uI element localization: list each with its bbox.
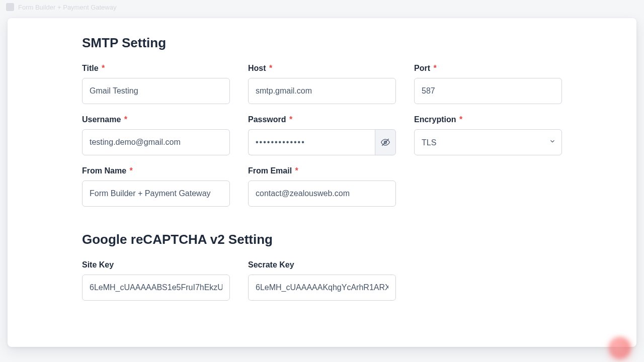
input-from-name[interactable] [82, 180, 230, 207]
required-marker: * [269, 64, 272, 72]
input-title[interactable] [82, 78, 230, 104]
field-password: Password * [248, 115, 396, 155]
smtp-heading: SMTP Setting [82, 35, 562, 51]
field-encryption: Encryption * TLS [414, 115, 562, 155]
input-password[interactable] [248, 129, 375, 155]
required-marker: * [124, 115, 127, 124]
field-title: Title * [82, 64, 230, 104]
floating-action-hint [609, 337, 631, 359]
input-secret-key[interactable] [248, 275, 396, 301]
label-port-text: Port [414, 64, 430, 72]
label-username-text: Username [82, 115, 121, 124]
label-host: Host * [248, 64, 272, 73]
field-host: Host * [248, 64, 396, 104]
label-password: Password * [248, 115, 292, 124]
required-marker: * [295, 166, 298, 175]
label-port: Port * [414, 64, 437, 73]
label-encryption: Encryption * [414, 115, 462, 124]
label-title-text: Title [82, 64, 99, 72]
toggle-password-visibility[interactable] [375, 129, 396, 155]
input-username[interactable] [82, 129, 230, 155]
label-from-email: From Email * [248, 166, 298, 175]
required-marker: * [433, 64, 436, 72]
label-from-name-text: From Name [82, 166, 126, 175]
field-from-email: From Email * [248, 166, 396, 207]
field-secret-key: Secrate Key [248, 260, 396, 301]
field-from-name: From Name * [82, 166, 230, 207]
label-site-key: Site Key [82, 260, 114, 269]
app-icon [6, 3, 14, 11]
field-username: Username * [82, 115, 230, 155]
smtp-grid: Title * Host * Port * Username * [82, 64, 562, 207]
input-host[interactable] [248, 78, 396, 104]
recaptcha-grid: Site Key Secrate Key [82, 260, 562, 301]
label-from-name: From Name * [82, 166, 133, 175]
required-marker: * [102, 64, 105, 72]
settings-card: SMTP Setting Title * Host * Port * [8, 18, 636, 347]
breadcrumb: Form Builder + Payment Gateway [18, 4, 116, 11]
label-username: Username * [82, 115, 127, 124]
input-port[interactable] [414, 78, 562, 104]
label-host-text: Host [248, 64, 266, 72]
eye-off-icon [380, 137, 390, 147]
label-password-text: Password [248, 115, 286, 124]
label-encryption-text: Encryption [414, 115, 456, 124]
field-port: Port * [414, 64, 562, 104]
required-marker: * [289, 115, 292, 124]
field-site-key: Site Key [82, 260, 230, 301]
label-title: Title * [82, 64, 105, 73]
input-from-email[interactable] [248, 180, 396, 207]
recaptcha-heading: Google reCAPTCHA v2 Setting [82, 232, 562, 247]
select-wrap-encryption: TLS [414, 129, 562, 155]
label-from-email-text: From Email [248, 166, 292, 175]
label-secret-key: Secrate Key [248, 260, 294, 269]
required-marker: * [459, 115, 462, 124]
password-wrap [248, 129, 396, 155]
select-encryption[interactable]: TLS [414, 129, 562, 155]
input-site-key[interactable] [82, 275, 230, 301]
required-marker: * [129, 166, 132, 175]
topbar: Form Builder + Payment Gateway [0, 0, 644, 14]
